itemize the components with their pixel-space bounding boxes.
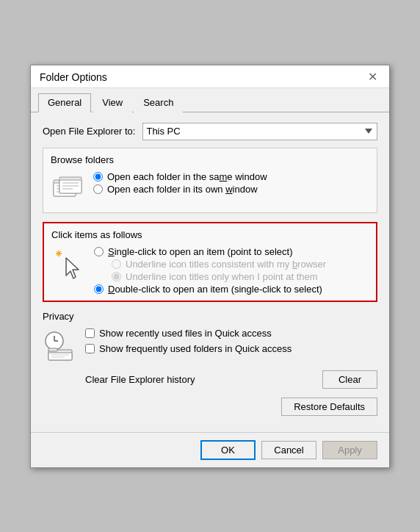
tab-view[interactable]: View	[93, 93, 132, 112]
svg-rect-19	[48, 353, 72, 360]
restore-defaults-row: Restore Defaults	[43, 398, 377, 416]
dialog-title: Folder Options	[40, 71, 107, 83]
recent-files-row: Show recently used files in Quick access	[85, 328, 292, 339]
browse-same-window-radio[interactable]	[93, 172, 103, 181]
browse-folders-icon	[51, 171, 86, 206]
underline-point-row: Underline icon titles only when I point …	[112, 271, 326, 282]
svg-marker-14	[66, 258, 79, 278]
svg-rect-20	[48, 348, 57, 351]
privacy-inner: Show recently used files in Quick access…	[43, 328, 377, 363]
underline-point-radio[interactable]	[112, 272, 121, 281]
ok-button[interactable]: OK	[200, 440, 256, 460]
browse-same-window-label[interactable]: Open each folder in the same window	[107, 171, 267, 182]
recent-files-checkbox[interactable]	[85, 328, 95, 338]
click-icon	[51, 246, 87, 281]
close-button[interactable]: ✕	[365, 71, 380, 83]
underline-point-label: Underline icon titles only when I point …	[126, 271, 318, 282]
clear-history-row: Clear File Explorer history Clear	[85, 370, 377, 389]
browse-same-window-row: Open each folder in the same window	[93, 171, 267, 182]
open-file-explorer-row: Open File Explorer to: This PC Quick acc…	[43, 123, 377, 140]
tab-content: Open File Explorer to: This PC Quick acc…	[31, 112, 389, 432]
tab-general[interactable]: General	[38, 93, 91, 112]
tabs-container: General View Search	[31, 88, 389, 112]
frequent-folders-row: Show frequently used folders in Quick ac…	[85, 343, 292, 354]
underline-browser-radio[interactable]	[112, 259, 121, 269]
frequent-folders-checkbox[interactable]	[85, 344, 95, 353]
privacy-section: Privacy	[43, 311, 377, 389]
cancel-button[interactable]: Cancel	[261, 441, 316, 459]
title-bar: Folder Options ✕	[31, 65, 389, 88]
underline-browser-row: Underline icon titles consistent with my…	[112, 259, 326, 270]
restore-defaults-button[interactable]: Restore Defaults	[281, 398, 377, 416]
single-click-row: Single-click to open an item (point to s…	[94, 246, 326, 257]
privacy-options: Show recently used files in Quick access…	[85, 328, 292, 354]
browse-own-window-row: Open each folder in its own window	[93, 184, 267, 195]
double-click-radio[interactable]	[94, 284, 104, 294]
browse-own-window-label[interactable]: Open each folder in its own window	[107, 184, 258, 195]
underline-browser-label: Underline icon titles consistent with my…	[126, 259, 326, 270]
tab-search[interactable]: Search	[134, 93, 183, 112]
click-items-label: Click items as follows	[51, 229, 369, 240]
single-click-label[interactable]: Single-click to open an item (point to s…	[108, 246, 292, 257]
clear-button[interactable]: Clear	[322, 370, 377, 389]
open-file-explorer-select[interactable]: This PC Quick access	[142, 123, 377, 140]
bottom-bar: OK Cancel Apply	[31, 432, 389, 467]
browse-folders-options: Open each folder in the same window Open…	[93, 171, 267, 195]
open-file-explorer-label: Open File Explorer to:	[43, 126, 135, 137]
browse-own-window-radio[interactable]	[93, 184, 103, 194]
clear-history-label: Clear File Explorer history	[85, 374, 195, 385]
browse-folders-section: Browse folders	[43, 148, 377, 213]
click-items-inner: Single-click to open an item (point to s…	[51, 246, 369, 295]
frequent-folders-label[interactable]: Show frequently used folders in Quick ac…	[99, 343, 292, 354]
svg-rect-6	[59, 180, 82, 193]
single-click-radio[interactable]	[94, 247, 104, 256]
privacy-label: Privacy	[43, 311, 377, 322]
browse-folders-inner: Open each folder in the same window Open…	[51, 171, 369, 206]
folder-options-dialog: Folder Options ✕ General View Search Ope…	[30, 65, 390, 468]
privacy-icon	[43, 328, 78, 363]
click-items-options: Single-click to open an item (point to s…	[94, 246, 326, 295]
apply-button[interactable]: Apply	[322, 441, 377, 459]
click-items-section: Click items as follows	[43, 222, 377, 302]
double-click-label[interactable]: Double-click to open an item (single-cli…	[108, 284, 322, 295]
double-click-row: Double-click to open an item (single-cli…	[94, 284, 326, 295]
recent-files-label[interactable]: Show recently used files in Quick access	[99, 328, 272, 339]
browse-folders-label: Browse folders	[51, 154, 369, 165]
